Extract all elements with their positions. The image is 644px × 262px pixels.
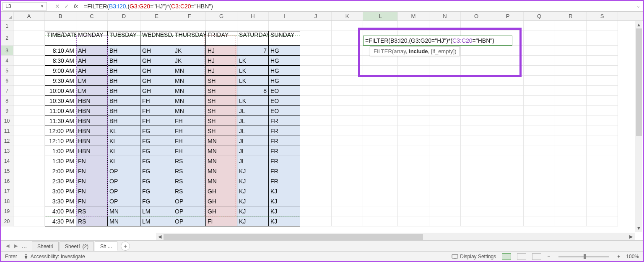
zoom-in-button[interactable]: + bbox=[617, 254, 620, 259]
cell-n12[interactable] bbox=[429, 136, 461, 146]
cell-b2[interactable]: TIME/DATE bbox=[45, 31, 76, 46]
cell-s17[interactable] bbox=[587, 186, 618, 196]
cell-a2[interactable] bbox=[13, 31, 45, 46]
cell-e5[interactable]: GH bbox=[140, 66, 173, 76]
select-all-corner[interactable] bbox=[1, 12, 13, 21]
cell-i3[interactable]: HG bbox=[269, 46, 300, 56]
cell-c11[interactable]: HBN bbox=[76, 126, 108, 136]
cell-f2[interactable]: THURSDAY bbox=[173, 31, 206, 46]
cell-e18[interactable]: FG bbox=[140, 196, 173, 206]
zoom-level[interactable]: 100% bbox=[626, 254, 639, 259]
cell-g16[interactable]: MN bbox=[206, 176, 237, 186]
cell-q18[interactable] bbox=[524, 196, 555, 206]
cell-a15[interactable] bbox=[13, 166, 45, 176]
cell-o16[interactable] bbox=[461, 176, 492, 186]
row-header-7[interactable]: 7 bbox=[1, 86, 13, 96]
cell-q7[interactable] bbox=[524, 86, 555, 96]
view-page-layout-button[interactable] bbox=[517, 253, 526, 260]
cell-k17[interactable] bbox=[332, 186, 363, 196]
row-header-9[interactable]: 9 bbox=[1, 106, 13, 116]
cell-b18[interactable]: 3:30 PM bbox=[45, 196, 76, 206]
cell-n14[interactable] bbox=[429, 156, 461, 166]
cell-g20[interactable]: FI bbox=[206, 216, 237, 226]
column-header-c[interactable]: C bbox=[76, 12, 108, 21]
cell-r1[interactable] bbox=[555, 21, 587, 31]
cell-k1[interactable] bbox=[332, 21, 363, 31]
cell-a9[interactable] bbox=[13, 106, 45, 116]
cell-l12[interactable] bbox=[363, 136, 398, 146]
row-header-13[interactable]: 13 bbox=[1, 146, 13, 156]
cell-c10[interactable]: HBN bbox=[76, 116, 108, 126]
cell-e17[interactable]: FG bbox=[140, 186, 173, 196]
cell-g5[interactable]: HJ bbox=[206, 66, 237, 76]
row-header-19[interactable]: 19 bbox=[1, 206, 13, 216]
column-header-j[interactable]: J bbox=[300, 12, 332, 21]
cell-g19[interactable]: GH bbox=[206, 206, 237, 216]
cell-r2[interactable] bbox=[555, 31, 587, 46]
cell-m4[interactable] bbox=[398, 56, 429, 66]
cell-q5[interactable] bbox=[524, 66, 555, 76]
cell-j6[interactable] bbox=[300, 76, 332, 86]
cell-i6[interactable]: HG bbox=[269, 76, 300, 86]
cell-s13[interactable] bbox=[587, 146, 618, 156]
cell-j9[interactable] bbox=[300, 106, 332, 116]
cell-a1[interactable] bbox=[13, 21, 45, 31]
tab-nav-next-icon[interactable]: ▶ bbox=[12, 243, 20, 249]
cell-b8[interactable]: 10:30 AM bbox=[45, 96, 76, 106]
cell-p3[interactable] bbox=[492, 46, 524, 56]
cell-g15[interactable]: MN bbox=[206, 166, 237, 176]
cell-d1[interactable] bbox=[108, 21, 140, 31]
cell-s10[interactable] bbox=[587, 116, 618, 126]
cell-q11[interactable] bbox=[524, 126, 555, 136]
cell-f6[interactable]: MN bbox=[173, 76, 206, 86]
cell-p12[interactable] bbox=[492, 136, 524, 146]
cell-e14[interactable]: FG bbox=[140, 156, 173, 166]
cell-f18[interactable]: OP bbox=[173, 196, 206, 206]
cell-k2[interactable] bbox=[332, 31, 363, 46]
cell-i11[interactable]: FR bbox=[269, 126, 300, 136]
cell-j5[interactable] bbox=[300, 66, 332, 76]
cell-l15[interactable] bbox=[363, 166, 398, 176]
cell-j10[interactable] bbox=[300, 116, 332, 126]
cell-b20[interactable]: 4:30 PM bbox=[45, 216, 76, 226]
cell-j2[interactable] bbox=[300, 31, 332, 46]
cell-c15[interactable]: FN bbox=[76, 166, 108, 176]
cell-s9[interactable] bbox=[587, 106, 618, 116]
cell-o15[interactable] bbox=[461, 166, 492, 176]
cell-m16[interactable] bbox=[398, 176, 429, 186]
cell-d12[interactable]: KL bbox=[108, 136, 140, 146]
cell-h14[interactable]: JL bbox=[237, 156, 269, 166]
cell-i13[interactable]: FR bbox=[269, 146, 300, 156]
cell-n19[interactable] bbox=[429, 206, 461, 216]
cell-j19[interactable] bbox=[300, 206, 332, 216]
cell-a14[interactable] bbox=[13, 156, 45, 166]
cell-d6[interactable]: BH bbox=[108, 76, 140, 86]
cell-l11[interactable] bbox=[363, 126, 398, 136]
cell-c18[interactable]: FN bbox=[76, 196, 108, 206]
cell-p6[interactable] bbox=[492, 76, 524, 86]
cell-b1[interactable] bbox=[45, 21, 76, 31]
cell-h18[interactable]: KJ bbox=[237, 196, 269, 206]
cell-k13[interactable] bbox=[332, 146, 363, 156]
cell-e16[interactable]: FG bbox=[140, 176, 173, 186]
cell-a4[interactable] bbox=[13, 56, 45, 66]
cell-r8[interactable] bbox=[555, 96, 587, 106]
cell-p15[interactable] bbox=[492, 166, 524, 176]
cell-m6[interactable] bbox=[398, 76, 429, 86]
cell-o12[interactable] bbox=[461, 136, 492, 146]
column-header-i[interactable]: I bbox=[269, 12, 300, 21]
cell-g9[interactable]: SH bbox=[206, 106, 237, 116]
cell-m7[interactable] bbox=[398, 86, 429, 96]
cell-j4[interactable] bbox=[300, 56, 332, 66]
cell-c2[interactable]: MONDAY bbox=[76, 31, 108, 46]
cell-l10[interactable] bbox=[363, 116, 398, 126]
cell-e15[interactable]: FG bbox=[140, 166, 173, 176]
cell-l19[interactable] bbox=[363, 206, 398, 216]
cell-r15[interactable] bbox=[555, 166, 587, 176]
cell-k4[interactable] bbox=[332, 56, 363, 66]
cell-d4[interactable]: BH bbox=[108, 56, 140, 66]
cell-r20[interactable] bbox=[555, 216, 587, 226]
cell-b11[interactable]: 12:00 PM bbox=[45, 126, 76, 136]
cell-c5[interactable]: AH bbox=[76, 66, 108, 76]
view-normal-button[interactable] bbox=[502, 253, 511, 260]
